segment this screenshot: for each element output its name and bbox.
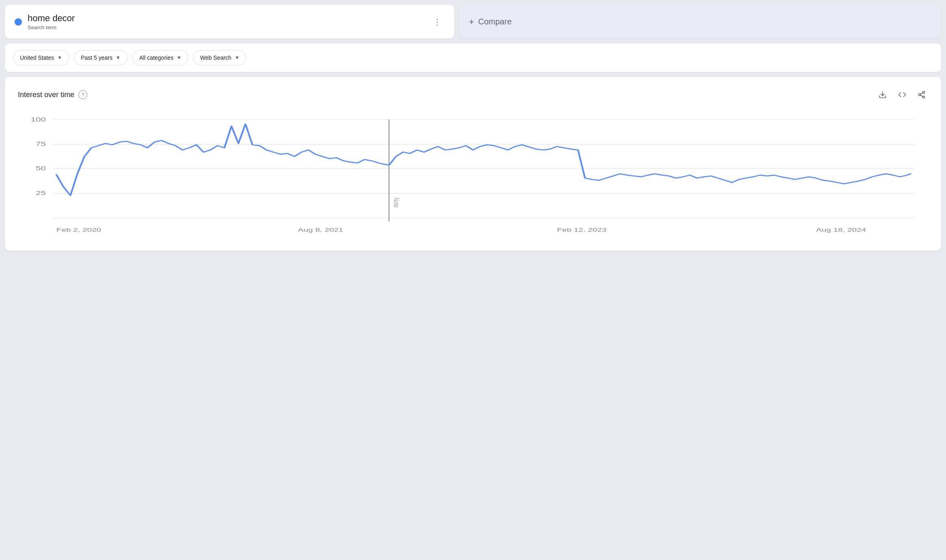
share-button[interactable] [915,88,928,101]
search-type-filter-label: Web Search [200,54,232,61]
chart-header: Interest over time ? [18,88,928,101]
compare-inner: + Compare [469,17,512,27]
search-type-filter[interactable]: Web Search ▼ [193,50,247,65]
svg-text:100: 100 [31,116,46,123]
category-filter-label: All categories [139,54,174,61]
svg-text:Aug 18, 2024: Aug 18, 2024 [816,227,866,233]
time-chevron-icon: ▼ [116,55,121,61]
category-chevron-icon: ▼ [177,55,182,61]
top-section: home decor Search term ⋮ + Compare [5,5,941,39]
help-icon[interactable]: ? [78,90,87,99]
search-term-left: home decor Search term [15,13,75,30]
search-term-name: home decor [28,13,75,24]
svg-text:Feb 2, 2020: Feb 2, 2020 [56,227,101,233]
compare-label: Compare [478,17,512,26]
download-button[interactable] [876,88,889,101]
search-term-info: home decor Search term [28,13,75,30]
svg-text:25: 25 [36,190,46,196]
embed-icon [898,91,906,99]
chart-card: Interest over time ? [5,77,941,251]
time-filter[interactable]: Past 5 years ▼ [74,50,128,65]
search-type-chevron-icon: ▼ [234,55,239,61]
compare-card[interactable]: + Compare [459,5,941,39]
time-filter-label: Past 5 years [81,54,113,61]
chart-area: 100 75 50 25 Note Feb 2, 2020 Aug 8, 202… [18,111,928,241]
chart-line [56,124,911,195]
svg-text:Feb 12, 2023: Feb 12, 2023 [557,227,607,233]
search-term-type: Search term [28,24,75,30]
svg-text:Note: Note [393,198,401,208]
region-filter-label: United States [20,54,54,61]
interest-chart: 100 75 50 25 Note Feb 2, 2020 Aug 8, 202… [18,111,928,241]
chart-title-area: Interest over time ? [18,90,87,99]
more-options-button[interactable]: ⋮ [430,14,445,30]
svg-line-5 [920,93,923,94]
filters-bar: United States ▼ Past 5 years ▼ All categ… [5,43,941,72]
svg-text:Aug 8, 2021: Aug 8, 2021 [298,227,343,233]
search-term-card: home decor Search term ⋮ [5,5,454,39]
category-filter[interactable]: All categories ▼ [132,50,189,65]
compare-plus-icon: + [469,17,474,27]
embed-button[interactable] [896,88,909,101]
svg-text:50: 50 [36,165,46,171]
chart-title: Interest over time [18,91,74,99]
share-icon [918,91,926,99]
help-label: ? [81,92,84,98]
region-filter[interactable]: United States ▼ [13,50,69,65]
svg-text:75: 75 [36,141,46,148]
svg-line-4 [920,95,923,96]
search-term-dot [15,18,22,26]
chart-actions [876,88,928,101]
region-chevron-icon: ▼ [57,55,62,61]
download-icon [879,91,887,99]
